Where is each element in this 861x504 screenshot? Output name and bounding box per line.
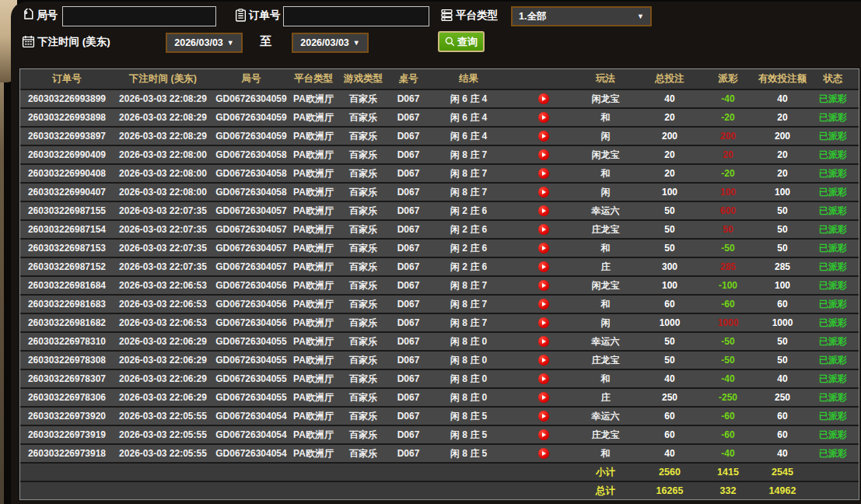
play-icon[interactable] — [538, 243, 549, 254]
column-header: 玩法 — [576, 69, 635, 89]
total-bet-cell: 40 — [635, 370, 705, 387]
platform-cell: PA欧洲厅 — [290, 109, 337, 126]
payout-cell: 200 — [705, 128, 751, 145]
table-no-cell: D067 — [390, 389, 427, 406]
play-icon[interactable] — [538, 448, 549, 459]
game-no-cell: GD06726304057 — [212, 258, 290, 275]
bet-history-table: 订单号下注时间 (美东)局号平台类型游戏类型桌号结果玩法总投注派彩有效投注额状态… — [19, 68, 859, 500]
empty-cell — [20, 482, 114, 499]
order-no-cell: 260303226981684 — [20, 277, 114, 294]
game-no-cell: GD06726304055 — [212, 370, 290, 387]
play-icon[interactable] — [538, 429, 549, 440]
game-type-cell: 百家乐 — [337, 445, 390, 462]
order-no-cell: 260303226981683 — [20, 296, 114, 313]
replay-cell — [510, 258, 576, 275]
subtotal-row-label: 小计 — [576, 464, 635, 481]
status-cell: 已派彩 — [814, 90, 852, 107]
play-icon[interactable] — [538, 149, 549, 160]
order-no-cell: 260303226993897 — [20, 128, 114, 145]
date-from-select[interactable]: 2026/03/03 ▼ — [166, 33, 243, 53]
order-no-cell: 260303226993899 — [20, 90, 114, 107]
payout-cell: -20 — [705, 109, 751, 126]
bet-time-label: 下注时间 (美东) — [37, 35, 110, 49]
game-type-cell: 百家乐 — [337, 240, 390, 257]
status-cell: 已派彩 — [814, 389, 852, 406]
column-header: 订单号 — [20, 69, 114, 89]
status-cell: 已派彩 — [814, 128, 852, 145]
play-icon[interactable] — [538, 355, 549, 366]
play-icon[interactable] — [538, 411, 549, 422]
platform-cell: PA欧洲厅 — [290, 146, 337, 163]
valid-bet-cell: 50 — [751, 221, 814, 238]
valid-bet-cell: 60 — [751, 426, 814, 443]
order-no-cell: 260303226990408 — [20, 165, 114, 182]
empty-cell — [427, 464, 510, 481]
result-cell: 闲 8 庄 7 — [427, 314, 510, 331]
game-type-cell: 百家乐 — [337, 202, 390, 219]
play-icon[interactable] — [538, 299, 549, 310]
play-icon[interactable] — [538, 317, 549, 328]
platform-type-label: 平台类型 — [456, 9, 498, 23]
valid-bet-cell: 20 — [751, 165, 814, 182]
query-button[interactable]: 查询 — [438, 31, 485, 52]
payout-cell: -250 — [705, 389, 751, 406]
valid-bet-cell: 20 — [751, 109, 814, 126]
play-icon[interactable] — [538, 261, 549, 272]
platform-type-select[interactable]: 1.全部 ▼ — [511, 6, 652, 26]
valid-bet-cell: 285 — [751, 258, 814, 275]
game-no-cell: GD06726304054 — [212, 426, 290, 443]
subtotal-row-payout: 1415 — [705, 464, 751, 481]
platform-cell: PA欧洲厅 — [290, 240, 337, 257]
table-row: 2603032269816832026-03-03 22:06:53GD0672… — [20, 294, 859, 313]
play-icon[interactable] — [538, 131, 549, 142]
game-no-input[interactable] — [62, 6, 216, 26]
game-no-cell: GD06726304057 — [212, 202, 290, 219]
play-icon[interactable] — [538, 280, 549, 291]
platform-cell: PA欧洲厅 — [290, 165, 337, 182]
status-cell: 已派彩 — [814, 370, 852, 387]
play-icon[interactable] — [538, 187, 549, 198]
play-icon[interactable] — [538, 93, 549, 104]
result-cell: 闲 8 庄 7 — [427, 165, 510, 182]
table-row: 2603032269783082026-03-03 22:06:29GD0672… — [20, 350, 859, 369]
payout-cell: -20 — [705, 165, 751, 182]
result-cell: 闲 8 庄 7 — [427, 184, 510, 201]
play-icon[interactable] — [538, 168, 549, 179]
game-type-cell: 百家乐 — [337, 314, 390, 331]
calendar-icon — [22, 35, 35, 48]
play-icon[interactable] — [538, 205, 549, 216]
table-no-cell: D067 — [390, 109, 427, 126]
play-icon[interactable] — [538, 336, 549, 347]
result-cell: 闲 2 庄 6 — [427, 258, 510, 275]
date-to-select[interactable]: 2026/03/03 ▼ — [292, 33, 369, 53]
payout-cell: -60 — [705, 408, 751, 425]
bet-time-cell: 2026-03-03 22:08:00 — [114, 165, 212, 182]
platform-cell: PA欧洲厅 — [290, 314, 337, 331]
valid-bet-cell: 40 — [751, 445, 814, 462]
valid-bet-cell: 40 — [751, 90, 814, 107]
play-type-cell: 闲龙宝 — [576, 146, 635, 163]
play-type-cell: 闲 — [576, 314, 635, 331]
payout-cell: 1000 — [705, 314, 751, 331]
replay-cell — [510, 109, 576, 126]
game-no-cell: GD06726304056 — [212, 314, 290, 331]
play-icon[interactable] — [538, 373, 549, 384]
play-icon[interactable] — [538, 112, 549, 123]
play-icon[interactable] — [538, 224, 549, 235]
play-icon[interactable] — [538, 392, 549, 403]
game-no-cell: GD06726304059 — [212, 109, 290, 126]
total-bet-cell: 50 — [635, 240, 705, 257]
empty-cell — [337, 482, 390, 499]
platform-cell: PA欧洲厅 — [290, 277, 337, 294]
game-type-cell: 百家乐 — [337, 90, 390, 107]
play-type-cell: 幸运六 — [576, 202, 635, 219]
game-no-cell: GD06726304057 — [212, 221, 290, 238]
order-no-cell: 260303226973919 — [20, 426, 114, 443]
to-label: 至 — [260, 34, 271, 49]
empty-cell — [114, 464, 212, 481]
search-icon — [445, 37, 455, 47]
order-no-input[interactable] — [283, 6, 429, 26]
play-type-cell: 和 — [576, 445, 635, 462]
replay-cell — [510, 389, 576, 406]
result-cell: 闲 6 庄 4 — [427, 109, 510, 126]
